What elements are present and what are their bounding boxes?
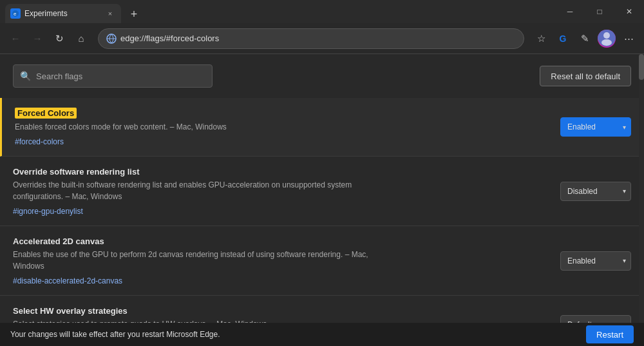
flag-controls: DefaultEnabledDisabled [560, 117, 631, 137]
flag-select-forced-colors[interactable]: DefaultEnabledDisabled [560, 117, 631, 137]
collections-button[interactable]: ✎ [574, 28, 595, 49]
flag-select-container: DefaultEnabledDisabled [560, 315, 631, 323]
title-bar: e Experiments × + ─ □ ✕ [0, 0, 644, 23]
scroll-thumb[interactable] [639, 54, 644, 80]
notification-text: Your changes will take effect after you … [10, 330, 220, 339]
search-input[interactable]: Search flags [36, 72, 82, 81]
favorites-button[interactable]: ☆ [531, 28, 551, 49]
forward-button[interactable]: → [27, 28, 48, 49]
tab-label: Experiments [24, 9, 102, 18]
flag-item: Accelerated 2D canvasEnables the use of … [0, 226, 644, 296]
flag-controls: DefaultEnabledDisabled [560, 251, 631, 271]
flag-description: Enables the use of the GPU to perform 2d… [13, 249, 399, 272]
flag-item: Select HW overlay strategiesSelect strat… [0, 296, 644, 323]
copilot-icon: G [560, 34, 567, 44]
flag-title: Override software rendering list [13, 167, 140, 177]
home-button[interactable]: ⌂ [71, 28, 91, 49]
flag-controls: DefaultEnabledDisabled [560, 315, 631, 323]
notification-bar: Your changes will take effect after you … [0, 323, 644, 346]
flags-content-area: 🔍 Search flags Reset all to default Forc… [0, 54, 644, 323]
tab-close-button[interactable]: × [104, 8, 116, 19]
flags-top-bar: 🔍 Search flags Reset all to default [0, 54, 644, 98]
flag-items-list: Forced ColorsEnables forced colors mode … [0, 98, 644, 323]
browser-toolbar: ← → ↻ ⌂ edge://flags/#forced-colors ☆ G … [0, 23, 644, 54]
flag-title: Forced Colors [15, 108, 77, 119]
address-favicon [106, 34, 117, 44]
scroll-track[interactable] [639, 54, 644, 323]
more-icon: ⋯ [624, 33, 634, 44]
flag-title: Select HW overlay strategies [13, 306, 128, 316]
tab-area: e Experiments × + [0, 0, 143, 23]
refresh-button[interactable]: ↻ [49, 28, 70, 49]
more-button[interactable]: ⋯ [618, 28, 639, 49]
copilot-button[interactable]: G [553, 28, 573, 49]
flag-select-overlay-strategies[interactable]: DefaultEnabledDisabled [560, 315, 631, 323]
favorites-icon: ☆ [537, 33, 545, 44]
flag-select-container: DefaultEnabledDisabled [560, 251, 631, 271]
flag-description: Overrides the built-in software renderin… [13, 179, 399, 202]
search-box[interactable]: 🔍 Search flags [13, 64, 213, 88]
profile-button[interactable] [598, 30, 616, 48]
address-bar[interactable]: edge://flags/#forced-colors [98, 28, 524, 49]
svg-point-5 [603, 32, 610, 39]
search-icon: 🔍 [20, 71, 31, 81]
close-button[interactable]: ✕ [614, 0, 644, 23]
flag-title: Accelerated 2D canvas [13, 236, 104, 246]
reset-all-button[interactable]: Reset all to default [540, 66, 631, 86]
window-controls: ─ □ ✕ [555, 0, 644, 23]
active-tab[interactable]: e Experiments × [5, 4, 121, 23]
flag-select-disable-accelerated-2d-canvas[interactable]: DefaultEnabledDisabled [560, 251, 631, 271]
flag-description: Enables forced colors mode for web conte… [15, 121, 401, 133]
tab-favicon: e [10, 8, 21, 19]
restart-button[interactable]: Restart [586, 325, 634, 343]
flag-link[interactable]: #disable-accelerated-2d-canvas [13, 276, 122, 285]
flag-select-ignore-gpu-denylist[interactable]: DefaultEnabledDisabled [560, 182, 631, 201]
svg-point-6 [601, 39, 612, 46]
toolbar-icons: ☆ G ✎ ⋯ [531, 28, 639, 49]
flag-item: Override software rendering listOverride… [0, 157, 644, 226]
new-tab-button[interactable]: + [125, 5, 143, 23]
back-button[interactable]: ← [5, 28, 26, 49]
home-icon: ⌂ [78, 33, 84, 44]
flag-link[interactable]: #ignore-gpu-denylist [13, 207, 83, 216]
collections-icon: ✎ [581, 33, 589, 44]
back-icon: ← [11, 33, 21, 44]
minimize-button[interactable]: ─ [555, 0, 585, 23]
profile-avatar [598, 30, 616, 48]
flag-item: Forced ColorsEnables forced colors mode … [0, 98, 644, 157]
forward-icon: → [33, 33, 43, 44]
flag-select-container: DefaultEnabledDisabled [560, 117, 631, 137]
flag-select-container: DefaultEnabledDisabled [560, 182, 631, 201]
refresh-icon: ↻ [55, 33, 64, 44]
flag-link[interactable]: #forced-colors [15, 137, 64, 146]
flag-controls: DefaultEnabledDisabled [560, 182, 631, 201]
svg-text:e: e [14, 11, 17, 17]
address-text: edge://flags/#forced-colors [120, 34, 516, 43]
maximize-button[interactable]: □ [585, 0, 614, 23]
flag-description: Select strategies used to promote quads … [13, 318, 399, 323]
